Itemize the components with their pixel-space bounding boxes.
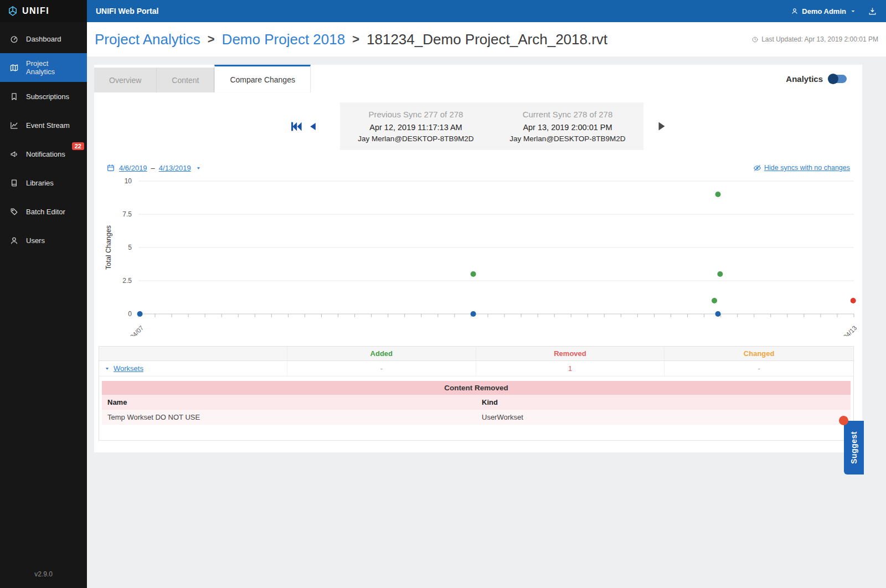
sidebar-item-notifications[interactable]: Notifications22 (0, 140, 87, 168)
breadcrumb-bar: Project Analytics>Demo Project 2018>1812… (87, 22, 886, 56)
worksets-changed-value: - (664, 361, 853, 376)
chart-container: 02.557.51004/0704/13Total Changes (94, 174, 862, 338)
total-changes-chart: 02.557.51004/0704/13Total Changes (94, 174, 861, 336)
clock-icon (751, 36, 759, 43)
last-updated-text: Last Updated: Apr 13, 2019 2:00:01 PM (761, 35, 878, 43)
date-range-row: 4/6/2019 – 4/13/2019 Hide syncs with no … (94, 163, 862, 172)
suggest-label: Suggest (849, 431, 858, 464)
sidebar-item-project-analytics[interactable]: Project Analytics (0, 53, 87, 82)
sidebar-item-label: Event Stream (26, 121, 70, 130)
tabs-row: OverviewContentCompare Changes Analytics (94, 65, 862, 92)
hide-syncs-text: Hide syncs with no changes (764, 164, 850, 172)
user-name: Demo Admin (802, 7, 846, 16)
data-point-red[interactable] (851, 298, 856, 303)
svg-text:5: 5 (128, 244, 132, 251)
date-range-separator: – (151, 164, 155, 172)
sidebar-item-dashboard[interactable]: Dashboard (0, 24, 87, 53)
previous-sync-info: Previous Sync 277 of 278 Apr 12, 2019 11… (340, 102, 492, 150)
table-row-worksets: Worksets - 1 - (99, 361, 853, 376)
notification-count-badge: 22 (72, 142, 84, 150)
megaphone-icon (9, 149, 19, 159)
svg-text:10: 10 (125, 177, 132, 185)
breadcrumb-item-181234-demo-project-arch-2018-rvt: 181234_Demo Project_Arch_2018.rvt (367, 31, 607, 48)
previous-sync-user: Jay Merlan@DESKTOP-8TB9M2D (344, 135, 487, 143)
svg-text:04/07: 04/07 (129, 324, 145, 336)
worksets-expand-caret-icon[interactable] (104, 365, 111, 372)
tab-compare-changes[interactable]: Compare Changes (214, 65, 311, 92)
previous-sync-button[interactable] (307, 121, 319, 132)
suggest-button[interactable]: Suggest (844, 421, 864, 474)
hide-syncs-link[interactable]: Hide syncs with no changes (753, 164, 850, 172)
data-point-blue[interactable] (137, 311, 143, 317)
sidebar-item-users[interactable]: Users (0, 226, 87, 255)
sidebar-item-label: Subscriptions (26, 92, 69, 101)
current-sync-user: Jay Merlan@DESKTOP-8TB9M2D (496, 135, 639, 143)
data-point-blue[interactable] (471, 311, 476, 317)
tab-overview[interactable]: Overview (94, 68, 157, 92)
last-updated: Last Updated: Apr 13, 2019 2:00:01 PM (751, 35, 878, 43)
first-sync-button[interactable] (289, 119, 303, 134)
user-menu[interactable]: Demo Admin (791, 7, 857, 16)
sidebar-item-subscriptions[interactable]: Subscriptions (0, 82, 87, 111)
sidebar-item-libraries[interactable]: Libraries (0, 168, 87, 197)
user-icon (9, 236, 19, 245)
data-point-green[interactable] (715, 192, 721, 197)
next-sync-button[interactable] (655, 120, 668, 133)
data-point-green[interactable] (717, 271, 723, 277)
tag-icon (9, 207, 19, 216)
tab-content[interactable]: Content (157, 68, 214, 92)
sidebar-item-batch-editor[interactable]: Batch Editor (0, 197, 87, 226)
sidebar-item-label: Project Analytics (26, 59, 78, 76)
current-sync-title: Current Sync 278 of 278 (496, 110, 639, 119)
sidebar-item-label: Dashboard (26, 35, 61, 43)
header-removed: Removed (476, 347, 665, 360)
sidebar-item-event-stream[interactable]: Event Stream (0, 111, 87, 140)
compare-changes-panel: OverviewContentCompare Changes Analytics (94, 65, 862, 452)
date-range-caret-icon[interactable] (195, 164, 202, 172)
sidebar-item-label: Libraries (26, 179, 54, 187)
sidebar-item-label: Users (26, 236, 45, 245)
worksets-link[interactable]: Worksets (114, 364, 143, 373)
analytics-toggle[interactable] (828, 75, 847, 83)
toggle-knob (828, 74, 838, 84)
content-area: OverviewContentCompare Changes Analytics (87, 56, 886, 588)
data-point-blue[interactable] (715, 311, 721, 317)
breadcrumb-separator: > (352, 32, 359, 47)
content-removed-detail: Content Removed Name Kind Temp Workset D… (102, 381, 851, 425)
download-icon[interactable] (868, 7, 877, 16)
user-icon (791, 7, 799, 15)
previous-sync-title: Previous Sync 277 of 278 (344, 110, 487, 119)
data-point-green[interactable] (471, 271, 476, 277)
sidebar-item-label: Batch Editor (26, 208, 65, 216)
current-sync-date: Apr 13, 2019 2:00:01 PM (496, 123, 639, 132)
dashboard-icon (9, 34, 19, 44)
breadcrumb: Project Analytics>Demo Project 2018>1812… (95, 31, 607, 48)
detail-row: Temp Workset DO NOT USE UserWorkset (102, 410, 851, 425)
unifi-logo-icon (7, 6, 18, 17)
bookmark-icon (9, 92, 19, 101)
topbar: UNIFI Web Portal Demo Admin (87, 0, 886, 22)
date-range-start[interactable]: 4/6/2019 (119, 164, 147, 172)
calendar-icon (106, 163, 115, 172)
detail-header-name: Name (102, 395, 476, 410)
map-icon (9, 63, 19, 73)
data-point-green[interactable] (712, 298, 717, 303)
header-added: Added (287, 347, 476, 360)
previous-sync-date: Apr 12, 2019 11:17:13 AM (344, 123, 487, 132)
analytics-toggle-group: Analytics (786, 74, 847, 84)
tabs: OverviewContentCompare Changes (94, 65, 311, 92)
changes-table-header: Added Removed Changed (99, 347, 853, 361)
svg-text:2.5: 2.5 (122, 277, 132, 285)
svg-text:0: 0 (128, 310, 132, 318)
breadcrumb-separator: > (208, 32, 215, 47)
detail-header-kind: Kind (476, 395, 851, 410)
breadcrumb-item-project-analytics[interactable]: Project Analytics (95, 31, 200, 48)
header-category (99, 347, 287, 360)
breadcrumb-item-demo-project-2018[interactable]: Demo Project 2018 (222, 31, 346, 48)
content-removed-banner: Content Removed (102, 381, 851, 395)
worksets-added-value: - (287, 361, 476, 376)
date-range-end[interactable]: 4/13/2019 (159, 164, 191, 172)
brand-text: UNIFI (22, 6, 49, 16)
chevron-down-icon (849, 8, 857, 15)
sidebar: DashboardProject AnalyticsSubscriptionsE… (0, 22, 87, 588)
